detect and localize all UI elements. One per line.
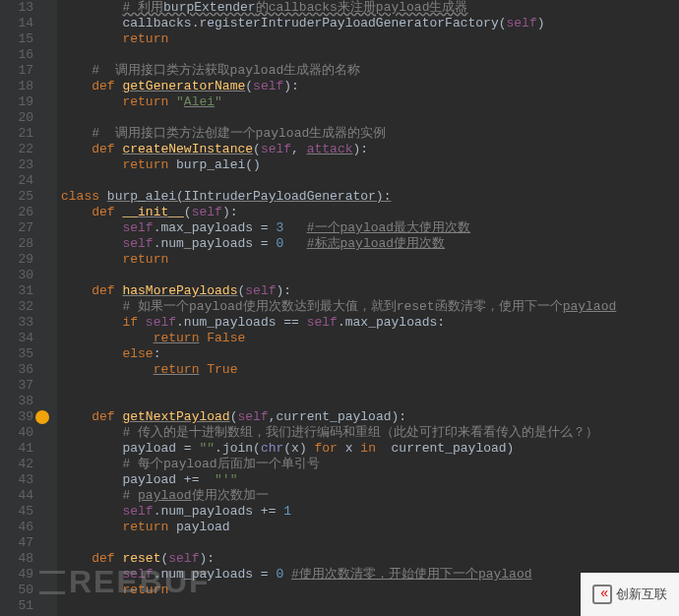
code-line[interactable]: def __init__(self): bbox=[61, 205, 679, 220]
line-number: 17 bbox=[0, 63, 57, 79]
intention-bulb-icon[interactable] bbox=[35, 410, 49, 424]
line-number: 22 bbox=[0, 142, 57, 157]
line-number: 31 bbox=[0, 283, 57, 299]
code-line[interactable]: def reset(self): bbox=[61, 551, 679, 567]
line-number: 50 bbox=[0, 583, 57, 598]
line-number: 44 bbox=[0, 488, 57, 504]
line-number: 15 bbox=[0, 31, 57, 47]
line-number: 16 bbox=[0, 47, 57, 63]
line-number: 47 bbox=[0, 535, 57, 551]
code-line[interactable]: return payload bbox=[61, 520, 679, 535]
code-line[interactable]: # 调用接口类方法创建一个payload生成器的实例 bbox=[61, 126, 679, 142]
line-number: 19 bbox=[0, 94, 57, 110]
line-number: 20 bbox=[0, 110, 57, 126]
code-line[interactable]: return bbox=[61, 31, 679, 47]
line-number: 41 bbox=[0, 441, 57, 457]
line-number: 30 bbox=[0, 268, 57, 283]
code-line[interactable]: payload = "".join(chr(x) for x in curren… bbox=[61, 441, 679, 457]
code-line[interactable]: return True bbox=[61, 362, 679, 378]
code-line[interactable] bbox=[61, 598, 679, 614]
code-line[interactable]: callbacks.registerIntruderPayloadGenerat… bbox=[61, 16, 679, 31]
line-number: 34 bbox=[0, 331, 57, 346]
line-number: 40 bbox=[0, 425, 57, 441]
code-line[interactable]: # 利用burpExtender的callbacks来注册payload生成器 bbox=[61, 0, 679, 16]
line-number: 24 bbox=[0, 173, 57, 189]
code-line[interactable]: def getNextPayload(self,current_payload)… bbox=[61, 409, 679, 425]
line-number: 29 bbox=[0, 252, 57, 268]
line-number: 42 bbox=[0, 457, 57, 472]
code-line[interactable]: # 每个payload后面加一个单引号 bbox=[61, 457, 679, 472]
line-number: 35 bbox=[0, 346, 57, 362]
code-line[interactable]: def getGeneratorName(self): bbox=[61, 79, 679, 94]
line-number: 38 bbox=[0, 394, 57, 409]
code-line[interactable]: # 调用接口类方法获取payload生成器的名称 bbox=[61, 63, 679, 79]
line-number: 27 bbox=[0, 220, 57, 236]
code-line[interactable]: # 如果一个payload使用次数达到最大值，就到reset函数清零，使用下一个… bbox=[61, 299, 679, 315]
code-editor[interactable]: # 利用burpExtender的callbacks来注册payload生成器 … bbox=[57, 0, 679, 616]
line-number: 43 bbox=[0, 472, 57, 488]
code-line[interactable]: self.num_payloads = 0 #使用次数清零，开始使用下一个pay… bbox=[61, 567, 679, 583]
code-line[interactable]: else: bbox=[61, 346, 679, 362]
line-number: 37 bbox=[0, 378, 57, 394]
code-line[interactable]: def createNewInstance(self, attack): bbox=[61, 142, 679, 157]
code-line[interactable]: self.num_payloads = 0 #标志payload使用次数 bbox=[61, 236, 679, 252]
code-line[interactable]: self.num_payloads += 1 bbox=[61, 504, 679, 520]
line-number: 28 bbox=[0, 236, 57, 252]
code-line[interactable]: # paylaod使用次数加一 bbox=[61, 488, 679, 504]
code-line[interactable]: return burp_alei() bbox=[61, 157, 679, 173]
code-line[interactable]: payload += "'" bbox=[61, 472, 679, 488]
code-line[interactable]: # 传入的是十进制数组，我们进行编码和重组（此处可打印来看看传入的是什么？） bbox=[61, 425, 679, 441]
code-line[interactable]: def hasMorePayloads(self): bbox=[61, 283, 679, 299]
line-number: 13 bbox=[0, 0, 57, 16]
line-number: 26 bbox=[0, 205, 57, 220]
code-line[interactable]: return bbox=[61, 252, 679, 268]
line-number: 14 bbox=[0, 16, 57, 31]
code-line[interactable] bbox=[61, 394, 679, 409]
code-line[interactable] bbox=[61, 110, 679, 126]
code-line[interactable] bbox=[61, 378, 679, 394]
line-number: 33 bbox=[0, 315, 57, 331]
code-line[interactable]: return bbox=[61, 583, 679, 598]
code-line[interactable] bbox=[61, 535, 679, 551]
line-number: 49 bbox=[0, 567, 57, 583]
code-line[interactable]: return "Alei" bbox=[61, 94, 679, 110]
code-line[interactable] bbox=[61, 268, 679, 283]
code-line[interactable]: if self.num_payloads == self.max_payload… bbox=[61, 315, 679, 331]
code-line[interactable]: return False bbox=[61, 331, 679, 346]
line-number: 46 bbox=[0, 520, 57, 535]
line-number: 45 bbox=[0, 504, 57, 520]
code-line[interactable]: self.max_payloads = 3 #一个payload最大使用次数 bbox=[61, 220, 679, 236]
line-number: 18 bbox=[0, 79, 57, 94]
code-line[interactable]: class burp_alei(IIntruderPayloadGenerato… bbox=[61, 189, 679, 205]
line-number: 21 bbox=[0, 126, 57, 142]
line-gutter: 1314151617181920212223242526272829303132… bbox=[0, 0, 57, 616]
code-line[interactable] bbox=[61, 47, 679, 63]
line-number: 23 bbox=[0, 157, 57, 173]
line-number: 25 bbox=[0, 189, 57, 205]
line-number: 51 bbox=[0, 598, 57, 614]
line-number: 36 bbox=[0, 362, 57, 378]
code-line[interactable] bbox=[61, 173, 679, 189]
line-number: 48 bbox=[0, 551, 57, 567]
line-number: 32 bbox=[0, 299, 57, 315]
